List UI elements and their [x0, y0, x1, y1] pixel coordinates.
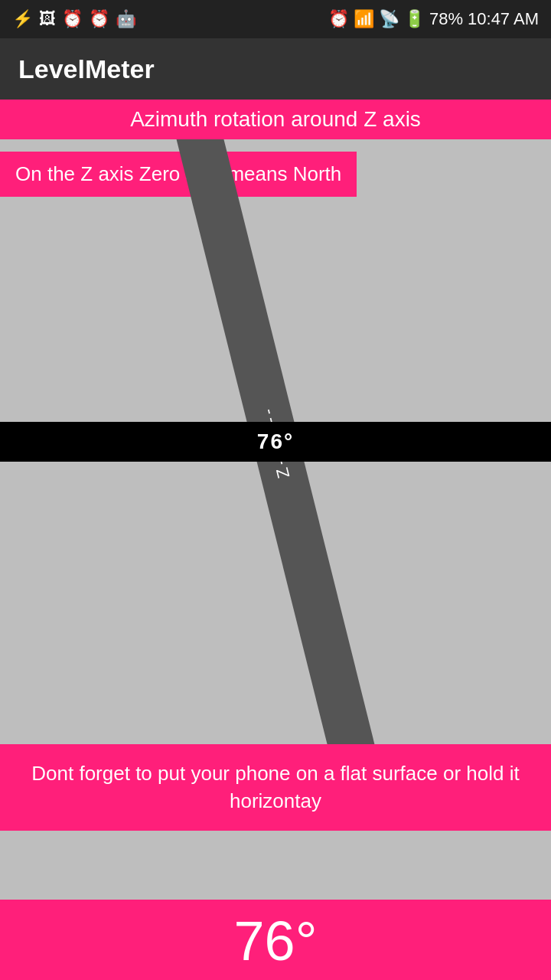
battery-icon: 🔋 [404, 9, 425, 29]
battery-percent: 78% [429, 9, 463, 29]
info-label: On the Z axis Zero also means North [0, 152, 357, 197]
status-bar: ⚡ 🖼 ⏰ ⏰ 🤖 ⏰ 📶 📡 🔋 78% 10:47 AM [0, 0, 551, 38]
alarm3-icon: ⏰ [328, 9, 349, 29]
android-icon: 🤖 [116, 9, 136, 29]
axis-label: Azimuth rotation around Z axis [130, 107, 421, 132]
signal-icon: 📡 [379, 9, 399, 29]
app-toolbar: LevelMeter [0, 38, 551, 100]
wifi-icon: 📶 [354, 9, 374, 29]
visualization-area: On the Z axis Zero also means North Z---… [0, 139, 551, 744]
horizontal-bar: 76° [0, 422, 551, 462]
value-bar: 76° [0, 900, 551, 980]
info-text: On the Z axis Zero also means North [15, 162, 341, 185]
status-icons: ⚡ 🖼 ⏰ ⏰ 🤖 [12, 9, 136, 29]
usb-icon: ⚡ [12, 9, 33, 29]
axis-banner: Azimuth rotation around Z axis [0, 100, 551, 139]
degree-value: 76° [234, 910, 318, 972]
reminder-text: Dont forget to put your phone on a flat … [18, 760, 533, 815]
image-icon: 🖼 [39, 9, 56, 29]
status-right-area: ⏰ 📶 📡 🔋 78% 10:47 AM [328, 9, 539, 29]
bottom-spacer [0, 831, 551, 900]
reminder-banner: Dont forget to put your phone on a flat … [0, 744, 551, 831]
alarm-icon: ⏰ [62, 9, 83, 29]
hbar-value: 76° [257, 430, 294, 454]
app-title: LevelMeter [18, 54, 155, 84]
alarm2-icon: ⏰ [89, 9, 109, 29]
time-display: 10:47 AM [468, 9, 539, 29]
